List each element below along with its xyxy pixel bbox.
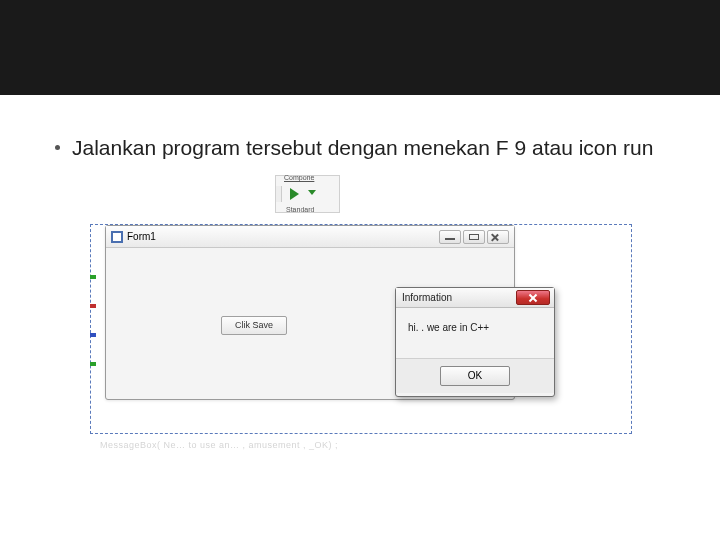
minimize-button[interactable] — [439, 230, 461, 244]
info-titlebar: Information — [396, 288, 554, 308]
gutter-marks — [90, 250, 98, 410]
slide-header-bar — [0, 0, 720, 95]
close-button[interactable] — [487, 230, 509, 244]
form1-titlebar: Form1 — [106, 226, 514, 248]
bullet-item: Jalankan program tersebut dengan menekan… — [0, 95, 720, 165]
form1-title-text: Form1 — [127, 231, 156, 242]
ok-button[interactable]: OK — [440, 366, 510, 386]
maximize-button[interactable] — [463, 230, 485, 244]
run-toolbar-snippet: Compone Standard — [275, 175, 340, 213]
form1-app-icon — [111, 231, 123, 243]
bullet-dot-icon — [55, 145, 60, 150]
click-save-button[interactable]: Clik Save — [221, 316, 287, 335]
run-dropdown-icon[interactable] — [308, 190, 316, 195]
info-message: hi. . we are in C++ — [396, 308, 554, 358]
information-dialog: Information hi. . we are in C++ OK — [395, 287, 555, 397]
bullet-text: Jalankan program tersebut dengan menekan… — [72, 135, 653, 161]
toolbar-bottom-label: Standard — [286, 206, 314, 213]
info-title-text: Information — [402, 292, 452, 303]
slide: Jalankan program tersebut dengan menekan… — [0, 0, 720, 540]
run-icon[interactable] — [290, 188, 299, 200]
toolbar-top-label: Compone — [284, 174, 314, 181]
toolbar-separator — [276, 186, 282, 202]
info-button-row: OK — [396, 359, 554, 393]
blurred-code-line: MessageBox( Ne… to use an… , amusement ,… — [100, 440, 338, 450]
info-close-button[interactable] — [516, 290, 550, 305]
